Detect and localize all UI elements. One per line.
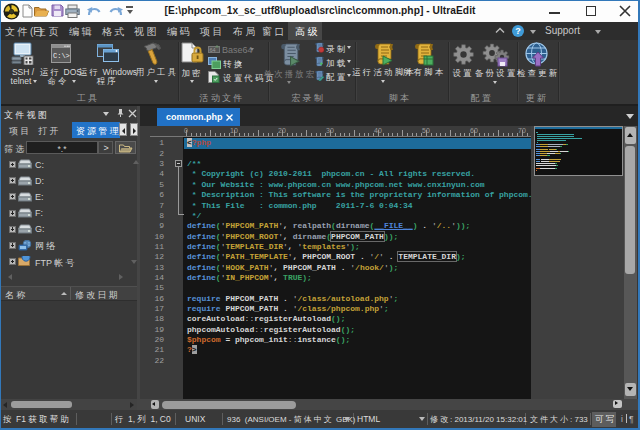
svg-text:C:\>: C:\> [53,52,70,60]
svg-text:64: 64 [210,47,216,53]
